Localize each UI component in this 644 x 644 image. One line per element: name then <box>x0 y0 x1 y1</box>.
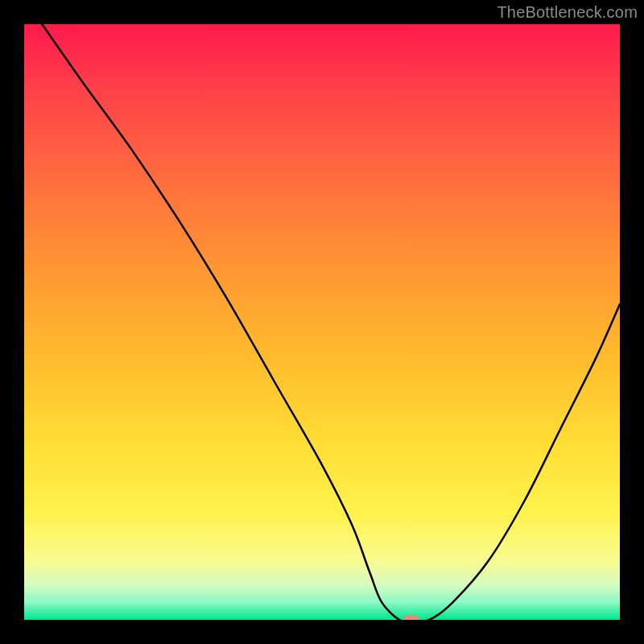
chart-frame: TheBottleneck.com <box>0 0 644 644</box>
bottleneck-curve-svg <box>24 24 620 620</box>
plot-area <box>24 24 620 620</box>
bottleneck-curve <box>42 24 620 620</box>
minimum-marker <box>404 616 419 620</box>
watermark-text: TheBottleneck.com <box>497 3 638 22</box>
